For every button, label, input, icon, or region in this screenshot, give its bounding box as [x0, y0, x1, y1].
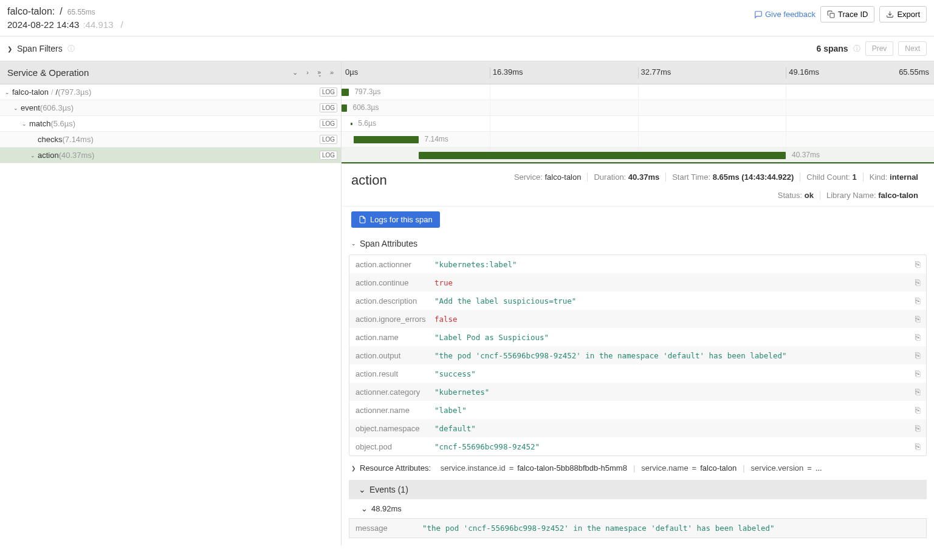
tree-duration: (40.37ms)	[59, 151, 95, 160]
event-time-header[interactable]: ⌄ 48.92ms	[349, 499, 927, 518]
attribute-row: action.output"the pod 'cncf-55696bc998-9…	[349, 346, 926, 364]
event-msg-key: message	[355, 524, 422, 533]
attribute-value: "default"	[434, 424, 915, 433]
attribute-value: "kubernetes"	[434, 388, 915, 397]
title-duration: 65.55ms	[67, 8, 95, 16]
tree-operation: event	[21, 103, 40, 112]
attribute-value: "kubernetes:label"	[434, 260, 915, 269]
span-bar[interactable]	[351, 123, 352, 125]
expand-filters-icon[interactable]: ❯	[7, 46, 12, 52]
copy-icon[interactable]: ⎘	[915, 259, 920, 269]
copy-icon[interactable]: ⎘	[915, 405, 920, 415]
title-service: falco-talon:	[7, 6, 55, 17]
tree-column: Service & Operation ⌄ › »̬ » ⌄falco-talo…	[0, 61, 342, 545]
timeline-header: 0µs 16.39ms 32.77ms 49.16ms 65.55ms	[342, 61, 934, 84]
span-bar-label: 40.37ms	[792, 151, 820, 159]
chevron-down-icon: ⌄	[361, 504, 368, 513]
tree-service: falco-talon	[12, 87, 49, 97]
span-bar[interactable]	[342, 89, 349, 96]
timeline-row[interactable]: 606.3µs	[342, 100, 934, 116]
info-icon[interactable]: ⓘ	[67, 44, 75, 54]
span-bar[interactable]	[354, 136, 419, 143]
tree-row[interactable]: ⌄falco-talon// (797.3µs)LOG	[0, 84, 341, 100]
tree-row[interactable]: ⌄match (5.6µs)LOG	[0, 116, 341, 132]
chevron-down-icon[interactable]: ⌄	[13, 105, 18, 111]
tree-row[interactable]: ⌄event (606.3µs)LOG	[0, 100, 341, 116]
span-bar[interactable]	[419, 152, 786, 159]
expand-all-icon[interactable]: »	[330, 69, 334, 77]
span-bar[interactable]	[342, 104, 347, 112]
attribute-value: false	[434, 315, 915, 324]
span-bar-label: 7.14ms	[425, 135, 448, 143]
tree-title: Service & Operation	[7, 67, 89, 78]
span-attributes-table: action.actionner"kubernetes:label"⎘actio…	[349, 254, 927, 456]
give-feedback-link[interactable]: Give feedback	[754, 10, 816, 19]
filter-left: ❯ Span Filters ⓘ	[7, 44, 75, 54]
span-bar-label: 797.3µs	[354, 87, 380, 96]
tree-row[interactable]: checks (7.14ms)LOG	[0, 132, 341, 148]
resource-attributes[interactable]: ❯ Resource Attributes: service.instance.…	[342, 456, 934, 480]
log-icon[interactable]: LOG	[320, 119, 337, 128]
info-icon[interactable]: ⓘ	[853, 44, 860, 54]
tree-operation: match	[29, 119, 50, 128]
expand-icon[interactable]: ›	[306, 69, 309, 77]
copy-icon[interactable]: ⎘	[915, 350, 920, 360]
copy-icon[interactable]: ⎘	[915, 369, 920, 378]
copy-icon[interactable]: ⎘	[915, 278, 920, 287]
copy-icon[interactable]: ⎘	[915, 332, 920, 342]
timeline-row[interactable]: 7.14ms	[342, 132, 934, 148]
attribute-value: "label"	[434, 406, 915, 415]
time-tick: 49.16ms	[786, 67, 819, 78]
timeline-row[interactable]: 797.3µs	[342, 84, 934, 100]
copy-icon	[827, 10, 835, 18]
tree-operation: action	[38, 151, 59, 160]
log-icon[interactable]: LOG	[320, 151, 337, 160]
copy-icon[interactable]: ⎘	[915, 296, 920, 306]
span-filters-label: Span Filters	[17, 44, 63, 53]
log-icon[interactable]: LOG	[320, 103, 337, 112]
copy-icon[interactable]: ⎘	[915, 442, 920, 451]
attribute-key: action.actionner	[355, 260, 434, 269]
prev-button[interactable]: Prev	[865, 41, 894, 56]
log-icon[interactable]: LOG	[320, 135, 337, 144]
attribute-key: action.continue	[355, 278, 434, 287]
logs-for-span-button[interactable]: Logs for this span	[351, 211, 440, 228]
collapse-all-icon[interactable]: »̬	[317, 69, 321, 77]
events-header[interactable]: ⌄ Events (1)	[349, 480, 927, 499]
tree-body: ⌄falco-talon// (797.3µs)LOG⌄event (606.3…	[0, 84, 341, 163]
timeline-body: 797.3µs606.3µs5.6µs7.14ms40.37ms	[342, 84, 934, 163]
event-msg-value: "the pod 'cncf-55696bc998-9z452' in the …	[422, 524, 920, 533]
attribute-key: action.result	[355, 369, 434, 378]
next-button[interactable]: Next	[898, 41, 927, 56]
span-attributes-header[interactable]: ⌄ Span Attributes	[342, 233, 934, 254]
chevron-down-icon: ⌄	[359, 485, 366, 494]
attribute-value: "Label Pod as Suspicious"	[434, 333, 915, 342]
timeline-row[interactable]: 5.6µs	[342, 116, 934, 132]
attribute-value: true	[434, 278, 915, 287]
attribute-value: "the pod 'cncf-55696bc998-9z452' in the …	[434, 351, 915, 360]
time-tick: 16.39ms	[490, 67, 523, 78]
attribute-row: action.actionner"kubernetes:label"⎘	[349, 255, 926, 273]
timeline-row[interactable]: 40.37ms	[342, 148, 934, 163]
collapse-icon[interactable]: ⌄	[292, 69, 298, 77]
page-header: falco-talon: / 65.55ms 2024-08-22 14:43:…	[0, 0, 934, 36]
chevron-down-icon[interactable]: ⌄	[22, 121, 27, 127]
chevron-down-icon[interactable]: ⌄	[5, 89, 10, 95]
chevron-right-icon: ❯	[351, 465, 356, 471]
copy-icon[interactable]: ⎘	[915, 387, 920, 397]
export-button[interactable]: Export	[879, 6, 927, 22]
export-icon	[886, 10, 894, 18]
attribute-row: action.description"Add the label suspici…	[349, 292, 926, 310]
svg-rect-0	[830, 13, 834, 18]
log-icon[interactable]: LOG	[320, 87, 337, 97]
tree-row[interactable]: ⌄action (40.37ms)LOG	[0, 148, 341, 163]
copy-icon[interactable]: ⎘	[915, 423, 920, 433]
trace-id-button[interactable]: Trace ID	[820, 6, 874, 22]
tree-duration: (606.3µs)	[40, 103, 74, 112]
attribute-value: "cncf-55696bc998-9z452"	[434, 442, 915, 451]
header-right: Give feedback Trace ID Export	[754, 6, 927, 22]
time-tick: 0µs	[343, 67, 358, 78]
attribute-value: "success"	[434, 369, 915, 378]
chevron-down-icon[interactable]: ⌄	[30, 152, 35, 159]
copy-icon[interactable]: ⎘	[915, 314, 920, 324]
